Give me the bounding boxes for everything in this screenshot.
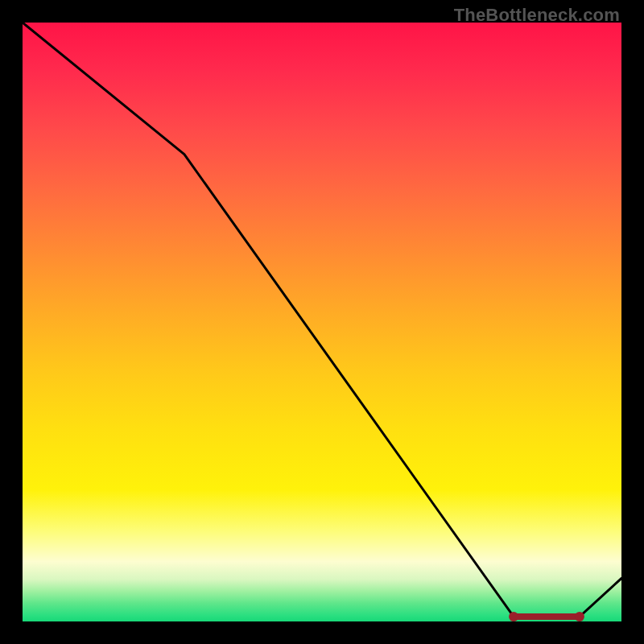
chart-background-gradient bbox=[23, 23, 621, 621]
attribution-text: TheBottleneck.com bbox=[454, 5, 620, 26]
plot-area bbox=[23, 23, 621, 621]
chart-container: TheBottleneck.com bbox=[0, 0, 644, 644]
